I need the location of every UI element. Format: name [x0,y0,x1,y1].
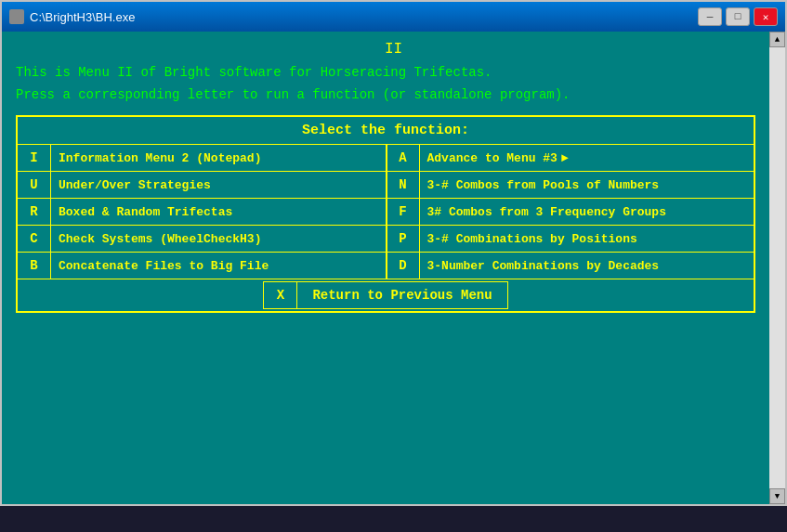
return-label[interactable]: Return to Previous Menu [297,282,506,308]
menu-row: I Information Menu 2 (Notepad) A Advance… [18,145,754,172]
right-col: P 3-# Combinations by Positions [387,226,754,252]
right-col: A Advance to Menu #3 ► [387,145,754,171]
return-key[interactable]: X [264,282,297,308]
title-bar: C:\BrightH3\BH.exe — □ ✕ [2,2,785,32]
left-label-i[interactable]: Information Menu 2 (Notepad) [51,145,386,171]
close-button[interactable]: ✕ [754,7,778,26]
menu-row: R Boxed & Random Trifectas F 3# Combos f… [18,199,754,226]
menu-title: II [16,41,771,58]
scroll-up-button[interactable]: ▲ [769,32,785,47]
right-label-d[interactable]: 3-Number Combinations by Decades [420,253,754,279]
left-key-c[interactable]: C [18,226,51,252]
scroll-track [769,47,785,488]
left-key-r[interactable]: R [18,199,51,225]
right-col: N 3-# Combos from Pools of Numbers [387,172,754,198]
minimize-button[interactable]: — [698,7,722,26]
scroll-down-button[interactable]: ▼ [769,488,785,504]
right-key-f[interactable]: F [387,199,420,225]
left-key-i[interactable]: I [18,145,51,171]
content-area: II This is Menu II of Bright software fo… [2,32,785,504]
left-col: C Check Systems (WheelCheckH3) [18,226,387,252]
right-col: D 3-Number Combinations by Decades [387,253,754,279]
left-label-c[interactable]: Check Systems (WheelCheckH3) [51,226,386,252]
left-key-u[interactable]: U [18,172,51,198]
advance-arrow: ► [561,151,569,165]
right-label-a[interactable]: Advance to Menu #3 ► [420,145,754,171]
menu-row: U Under/Over Strategies N 3-# Combos fro… [18,172,754,199]
left-key-b[interactable]: B [18,253,51,279]
right-key-a[interactable]: A [387,145,420,171]
menu-row: C Check Systems (WheelCheckH3) P 3-# Com… [18,226,754,253]
maximize-button[interactable]: □ [726,7,750,26]
select-header: Select the function: [18,117,754,145]
scrollbar: ▲ ▼ [769,32,785,504]
right-key-p[interactable]: P [387,226,420,252]
menu-rows: I Information Menu 2 (Notepad) A Advance… [18,145,754,279]
window-controls: — □ ✕ [698,7,778,26]
terminal-icon [9,9,24,24]
menu-desc2: Press a corresponding letter to run a fu… [16,87,771,102]
return-cell: X Return to Previous Menu [263,281,507,309]
main-window: C:\BrightH3\BH.exe — □ ✕ II This is Menu… [0,0,787,506]
title-bar-left: C:\BrightH3\BH.exe [9,9,135,24]
right-col: F 3# Combos from 3 Frequency Groups [387,199,754,225]
window-title: C:\BrightH3\BH.exe [30,10,135,24]
left-col: U Under/Over Strategies [18,172,387,198]
menu-row: B Concatenate Files to Big File D 3-Numb… [18,253,754,279]
right-key-n[interactable]: N [387,172,420,198]
menu-desc1: This is Menu II of Bright software for H… [16,65,771,80]
left-col: B Concatenate Files to Big File [18,253,387,279]
left-label-u[interactable]: Under/Over Strategies [51,172,386,198]
left-col: R Boxed & Random Trifectas [18,199,387,225]
right-label-p[interactable]: 3-# Combinations by Positions [420,226,754,252]
right-key-d[interactable]: D [387,253,420,279]
menu-table: Select the function: I Information Menu … [16,115,755,313]
left-label-b[interactable]: Concatenate Files to Big File [51,253,386,279]
right-label-f[interactable]: 3# Combos from 3 Frequency Groups [420,199,754,225]
left-col: I Information Menu 2 (Notepad) [18,145,387,171]
return-row: X Return to Previous Menu [18,279,754,311]
left-label-r[interactable]: Boxed & Random Trifectas [51,199,386,225]
right-label-n[interactable]: 3-# Combos from Pools of Numbers [420,172,754,198]
